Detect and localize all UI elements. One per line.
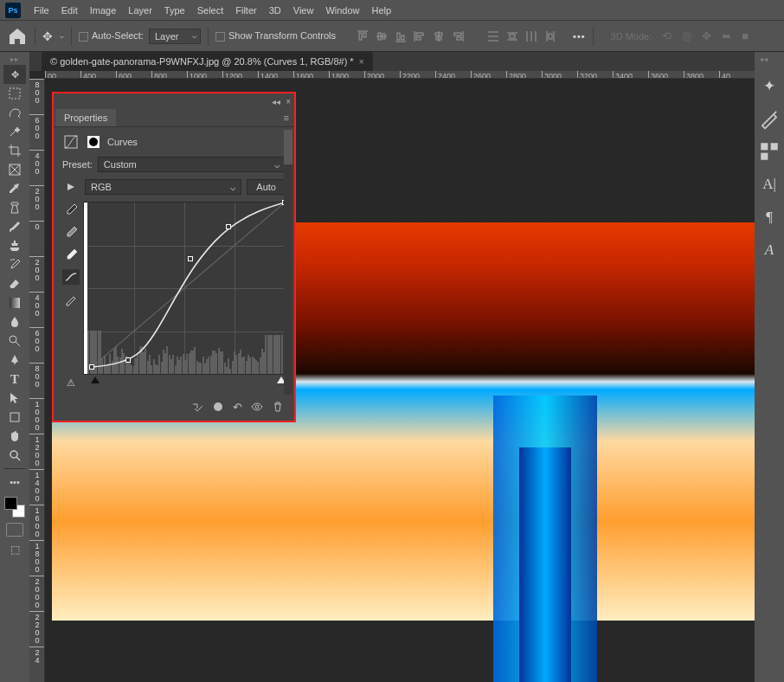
collapse-panel-icon[interactable]: ◂◂ [272,97,280,106]
menu-help[interactable]: Help [366,5,398,16]
input-slider[interactable] [83,376,286,390]
black-point-eyedropper-icon[interactable] [62,202,80,217]
svg-line-45 [84,203,285,374]
screen-mode-icon[interactable]: ⬚ [3,540,26,559]
menu-window[interactable]: Window [319,5,365,16]
menu-layer[interactable]: Layer [122,5,158,16]
healing-brush-tool[interactable] [3,198,26,217]
svg-rect-34 [11,203,18,205]
curve-point[interactable] [188,256,193,261]
align-left-icon[interactable] [411,28,428,45]
align-vcenter-icon[interactable] [373,28,390,45]
layer-mask-icon[interactable] [85,134,102,150]
move-tool[interactable]: ✥ [3,65,26,84]
clip-warning-icon[interactable]: ⚠ [62,375,80,390]
eraser-tool[interactable] [3,274,26,293]
menu-select[interactable]: Select [191,5,230,16]
menu-edit[interactable]: Edit [55,5,84,16]
gray-point-eyedropper-icon[interactable] [62,224,80,240]
curve-point[interactable] [89,364,94,370]
svg-point-46 [214,402,222,411]
panel-scrollbar[interactable] [284,130,292,395]
document-tab[interactable]: © golden-gate-panorama-P9WNFXJ.jpg @ 20.… [42,52,373,71]
foreground-swatch[interactable] [4,497,17,510]
collapse-handle-icon[interactable]: ▸▸ [10,55,19,63]
gradient-tool[interactable] [3,293,26,312]
white-point-eyedropper-icon[interactable] [62,247,80,262]
pen-tool[interactable] [3,351,26,370]
menu-filter[interactable]: Filter [229,5,262,16]
show-transform-checkbox[interactable]: Show Transform Controls [215,30,336,42]
panel-icon-character[interactable]: A| [758,172,781,196]
collapse-handle-icon[interactable]: ◂◂ [760,55,768,63]
zoom-tool[interactable] [3,446,26,465]
frame-tool[interactable] [3,160,26,179]
type-tool[interactable]: T [3,370,26,389]
lasso-tool[interactable] [3,103,26,122]
curve-point[interactable] [226,224,231,229]
crop-tool[interactable] [3,141,26,160]
color-swatches[interactable] [4,497,25,518]
shape-tool[interactable] [3,408,26,427]
auto-select-checkbox[interactable]: Auto-Select: [79,30,144,42]
blur-tool[interactable] [3,312,26,331]
panel-menu-icon[interactable]: ≡ [284,113,289,123]
svg-rect-40 [771,143,778,150]
distribute-vcenter-icon[interactable] [504,28,521,45]
align-top-icon[interactable] [354,28,371,45]
auto-select-target-dropdown[interactable]: Layer [149,29,201,44]
menu-type[interactable]: Type [158,5,191,16]
distribute-top-icon[interactable] [485,28,502,45]
visibility-icon[interactable] [251,401,263,415]
path-select-tool[interactable] [3,389,26,408]
right-panels: ◂◂ ✦ A| ¶ A [755,52,784,682]
curve-edit-mode-icon[interactable] [62,269,80,285]
preset-dropdown[interactable]: Custom [98,157,286,172]
edit-toolbar-icon[interactable]: ••• [3,473,26,492]
home-button[interactable] [7,26,28,47]
toggle-visibility-last-icon[interactable] [212,401,224,415]
svg-rect-30 [10,88,20,99]
hand-tool[interactable] [3,427,26,446]
properties-panel: ◂◂ × Properties ≡ Curves Preset: Custom … [52,92,296,422]
clip-to-layer-icon[interactable] [191,401,203,415]
menu-3d[interactable]: 3D [263,5,287,16]
curves-graph[interactable] [83,202,286,375]
properties-tab[interactable]: Properties [55,109,116,126]
distribute-bottom-icon[interactable] [523,28,540,45]
panel-icon-compass[interactable]: ✦ [758,74,781,98]
pencil-edit-mode-icon[interactable] [62,292,80,307]
reset-icon[interactable]: ↶ [233,401,242,415]
dodge-tool[interactable] [3,331,26,351]
3d-pan-icon: ✥ [702,29,711,42]
delete-icon[interactable] [272,401,284,415]
distribute-left-icon[interactable] [542,28,559,45]
align-hcenter-icon[interactable] [430,28,447,45]
align-bottom-icon[interactable] [392,28,409,45]
close-panel-icon[interactable]: × [286,97,291,106]
panel-icon-brushes[interactable] [758,106,781,131]
magic-wand-tool[interactable] [3,122,26,141]
panel-icon-swatches[interactable] [758,139,781,164]
history-brush-tool[interactable] [3,255,26,274]
close-tab-icon[interactable]: × [359,57,364,67]
auto-button[interactable]: Auto [247,179,286,195]
channel-dropdown[interactable]: RGB [85,179,241,195]
menu-image[interactable]: Image [84,5,123,16]
menu-view[interactable]: View [287,5,320,16]
menu-file[interactable]: File [28,5,55,16]
svg-rect-8 [402,35,404,40]
panel-icon-glyphs[interactable]: A [758,238,781,262]
curve-point[interactable] [125,357,131,363]
black-slider-icon[interactable] [91,376,100,383]
marquee-tool[interactable] [3,84,26,103]
curves-adjustment-icon [62,134,80,150]
quick-mask-icon[interactable] [6,523,23,537]
brush-tool[interactable] [3,217,26,236]
eyedropper-tool[interactable] [3,179,26,198]
panel-icon-paragraph[interactable]: ¶ [758,205,781,229]
clone-stamp-tool[interactable] [3,236,26,255]
more-options-icon[interactable]: ••• [573,31,586,42]
align-right-icon[interactable] [449,28,466,45]
target-adjustment-icon[interactable] [62,179,80,195]
